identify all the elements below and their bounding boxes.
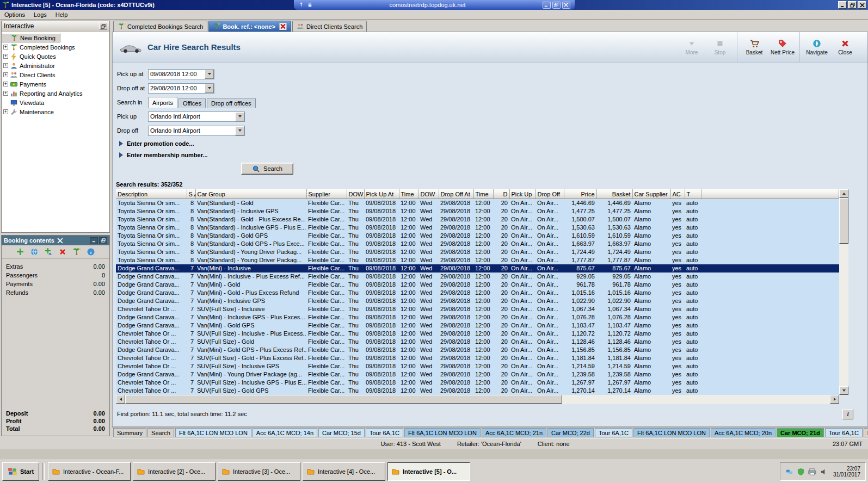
bottom-tab-flt-6a-1c-lon-mco-lon[interactable]: Flt 6A,1C LON MCO LON — [175, 428, 251, 437]
table-row[interactable]: Chevrolet Tahoe Or ...7SUV(Full Size) - … — [116, 387, 839, 395]
bottom-tab-financial-summary[interactable]: Financial Summary — [864, 428, 868, 437]
table-row[interactable]: Dodge Grand Carava...7Van(Mini) - Inclus… — [116, 297, 839, 305]
rdp-close-button[interactable] — [562, 2, 570, 9]
sidebar-item-direct-clients[interactable]: +Direct Clients — [2, 70, 109, 79]
volume-icon[interactable] — [820, 468, 828, 476]
booking-maximize-button[interactable] — [99, 237, 107, 244]
tab-completed-bookings-search[interactable]: Completed Bookings Search — [113, 21, 207, 32]
tab-close-icon[interactable] — [279, 23, 287, 30]
rdp-restore-button[interactable] — [552, 2, 561, 9]
expand-plus-icon[interactable]: + — [3, 82, 8, 86]
column-header-t[interactable]: T — [685, 190, 701, 199]
minimize-button[interactable] — [838, 1, 847, 9]
sidebar-item-viewdata[interactable]: Viewdata — [2, 98, 109, 107]
search-in-tab-drop-off-offices[interactable]: Drop off offices — [207, 98, 256, 108]
sidebar-item-quick-quotes[interactable]: +Quick Quotes — [2, 52, 109, 61]
tab-direct-clients-search[interactable]: Direct Clients Search — [292, 21, 367, 32]
menu-help[interactable]: Help — [51, 11, 72, 18]
booking-palm-button[interactable] — [72, 247, 81, 256]
pickup-location-combo[interactable]: Orlando Intl Airport — [148, 112, 245, 122]
booking-add-button[interactable] — [16, 247, 24, 256]
search-in-tab-airports[interactable]: Airports — [148, 97, 177, 108]
table-row[interactable]: Chevrolet Tahoe Or ...7SUV(Full Size) - … — [116, 379, 839, 387]
dropdown-button[interactable] — [235, 126, 244, 135]
scroll-right-button[interactable] — [830, 395, 839, 404]
column-header-basket[interactable]: Basket — [596, 190, 632, 199]
bottom-tab-search[interactable]: Search — [147, 428, 174, 437]
taskbar-button-interactive-5-o[interactable]: Interactive [5] - O... — [387, 462, 470, 481]
expand-plus-icon[interactable]: + — [3, 63, 8, 68]
start-button[interactable]: Start — [2, 462, 39, 481]
more-button[interactable]: More — [678, 38, 706, 57]
table-row[interactable]: Chevrolet Tahoe Or ...7SUV(Full Size) - … — [116, 330, 839, 338]
table-row[interactable]: Toyota Sienna Or sim...8Van(Standard) - … — [116, 256, 839, 264]
basket-button[interactable]: Basket — [740, 38, 768, 57]
table-row[interactable]: Dodge Grand Carava...7Van(Mini) - Inclus… — [116, 264, 839, 273]
sidebar-item-reporting-and-analytics[interactable]: +Reporting and Analytics — [2, 89, 109, 98]
column-header-description[interactable]: Description — [116, 190, 187, 199]
table-row[interactable]: Toyota Sienna Or sim...8Van(Standard) - … — [116, 207, 839, 215]
table-row[interactable]: Dodge Grand Carava...7Van(Mini) - Gold G… — [116, 346, 839, 354]
sidebar-item-new-booking[interactable]: New Booking — [2, 33, 60, 42]
column-header-drop-off[interactable]: Drop Off — [535, 190, 564, 199]
column-header-dow[interactable]: DOW — [418, 190, 439, 199]
table-row[interactable]: Dodge Grand Carava...7Van(Mini) - Inclus… — [116, 273, 839, 281]
taskbar-button-interactive-3-oce[interactable]: Interactive [3] - Oce... — [218, 462, 300, 481]
sidebar-item-administrator[interactable]: +Administrator — [2, 61, 109, 70]
pin-icon[interactable] — [298, 2, 304, 8]
expand-plus-icon[interactable]: + — [3, 45, 8, 49]
bottom-tab-tour-6a-1c[interactable]: Tour 6A,1C — [595, 428, 632, 437]
taskbar-button-interactive-ocean-f[interactable]: Interactive - Ocean-F... — [48, 462, 131, 481]
horizontal-scroll-thumb[interactable] — [125, 395, 562, 404]
bottom-tab-acc-6a-1c-mco-14n[interactable]: Acc 6A,1C MCO; 14n — [253, 428, 317, 437]
column-header-pick-up[interactable]: Pick Up — [509, 190, 535, 199]
dropdown-button[interactable] — [205, 84, 214, 93]
table-row[interactable]: Toyota Sienna Or sim...8Van(Standard) - … — [116, 224, 839, 232]
vertical-scroll-thumb[interactable] — [839, 198, 848, 244]
expand-plus-icon[interactable]: + — [3, 72, 8, 77]
bottom-tab-flt-6a-1c-lon-mco-lon[interactable]: Flt 6A,1C LON MCO LON — [404, 428, 481, 437]
column-header-drop-off-at[interactable]: Drop Off At — [439, 190, 473, 199]
expand-plus-icon[interactable]: + — [3, 109, 8, 114]
table-row[interactable]: Chevrolet Tahoe Or ...7SUV(Full Size) - … — [116, 305, 839, 313]
sidebar-item-payments[interactable]: +Payments — [2, 79, 109, 89]
table-row[interactable]: Chevrolet Tahoe Or ...7SUV(Full Size) - … — [116, 362, 839, 370]
scroll-down-button[interactable] — [839, 386, 848, 395]
column-header-supplier[interactable]: Supplier — [306, 190, 347, 199]
pickup-at-combo[interactable]: 09/08/2018 12:00 — [148, 69, 214, 79]
menu-options[interactable]: Options — [0, 11, 29, 18]
bottom-tab-car-mco-21d[interactable]: Car MCO; 21d — [777, 428, 824, 437]
column-header-price[interactable]: Price — [564, 190, 596, 199]
bottom-tab-flt-6a-1c-lon-mco-lon[interactable]: Flt 6A,1C LON MCO LON — [633, 428, 710, 437]
expand-plus-icon[interactable]: + — [3, 91, 8, 96]
table-row[interactable]: Toyota Sienna Or sim...8Van(Standard) - … — [116, 232, 839, 240]
printer-icon[interactable] — [808, 468, 816, 476]
column-header-time[interactable]: Time — [473, 190, 493, 199]
booking-transfer-button[interactable] — [44, 247, 53, 256]
table-row[interactable]: Dodge Grand Carava...7Van(Mini) - Inclus… — [116, 313, 839, 321]
dropdown-button[interactable] — [205, 70, 214, 79]
column-header-car-supplier[interactable]: Car Supplier — [632, 190, 670, 199]
close-button[interactable]: Close — [831, 38, 859, 57]
sidebar-item-maintenance[interactable]: +Maintenance — [2, 107, 109, 116]
booking-globe-button[interactable] — [30, 247, 39, 256]
navigate-button[interactable]: Navigate — [803, 38, 831, 57]
panel-collapse-button[interactable] — [99, 23, 107, 30]
scroll-left-button[interactable] — [116, 395, 125, 404]
column-header-dow[interactable]: DOW — [347, 190, 364, 199]
table-row[interactable]: Chevrolet Tahoe Or ...7SUV(Full Size) - … — [116, 338, 839, 346]
search-in-tab-offices[interactable]: Offices — [178, 98, 206, 108]
vertical-scroll-track[interactable] — [839, 198, 848, 386]
taskbar-button-interactive-4-oce[interactable]: Interactive [4] - Oce... — [303, 462, 385, 481]
dropdown-button[interactable] — [235, 112, 244, 121]
horizontal-scroll-track[interactable] — [125, 395, 830, 404]
bottom-tab-car-mco-15d[interactable]: Car MCO; 15d — [318, 428, 365, 437]
column-header-pick-up-at[interactable]: Pick Up At — [364, 190, 399, 199]
dropoff-at-combo[interactable]: 29/08/2018 12:00 — [148, 83, 214, 94]
column-header-d[interactable]: D — [493, 190, 509, 199]
table-row[interactable]: Dodge Grand Carava...7Van(Mini) - Young … — [116, 370, 839, 379]
search-button[interactable]: Search — [241, 163, 293, 175]
table-row[interactable]: Dodge Grand Carava...7Van(Mini) - Gold -… — [116, 289, 839, 297]
sidebar-item-completed-bookings[interactable]: +Completed Bookings — [2, 42, 109, 52]
table-row[interactable]: Toyota Sienna Or sim...8Van(Standard) - … — [116, 248, 839, 256]
